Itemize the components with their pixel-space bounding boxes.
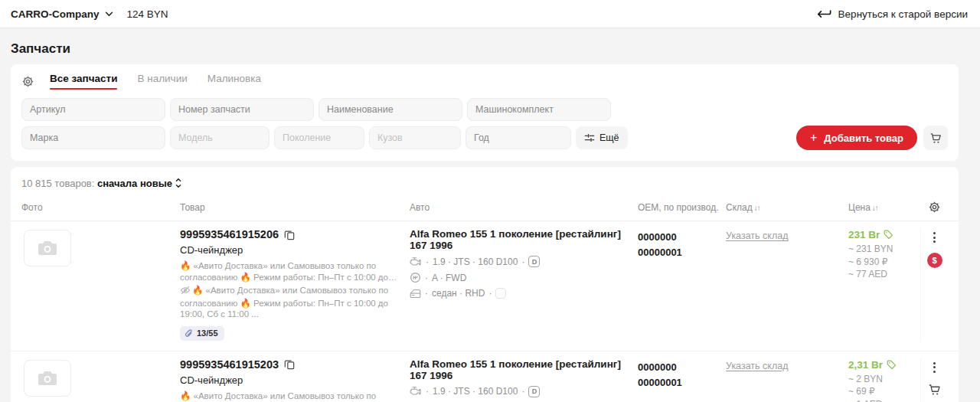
oem-cell: 0000000 00000001: [638, 358, 726, 402]
dollar-status-icon[interactable]: $: [927, 253, 942, 268]
product-description: 🔥 «Авито Доставка» или Самовывоз только …: [180, 260, 406, 283]
products-table-card: 10 815 товаров: сначала новые Фото Товар…: [11, 167, 959, 402]
add-product-button[interactable]: + Добавить товар: [796, 126, 917, 150]
sklad-cell: Указать склад: [726, 358, 848, 402]
transmission-icon: [410, 272, 421, 283]
add-product-label: Добавить товар: [824, 132, 903, 144]
header-item: Товар: [180, 202, 410, 213]
row-menu-kebab-icon[interactable]: [930, 230, 939, 244]
name-input[interactable]: [318, 98, 462, 121]
product-name[interactable]: CD-чейнджер: [180, 374, 406, 386]
model-input[interactable]: [170, 126, 270, 149]
more-filters-label: Ещё: [599, 132, 619, 143]
page-title: Запчасти: [0, 41, 980, 57]
docs-badge-icon[interactable]: D: [528, 386, 540, 397]
product-description: 🔥 «Авито Доставка» или Самовывоз только …: [180, 391, 406, 402]
part-number-input[interactable]: [170, 98, 314, 121]
tab-malinovka[interactable]: Малиновка: [207, 73, 261, 90]
manufacturer-number: 00000001: [638, 245, 726, 260]
engine-icon: [410, 257, 422, 267]
year-input[interactable]: [466, 126, 571, 149]
camera-icon: [38, 240, 57, 257]
table-header: Фото Товар Авто ОЕМ, по производ. Склад↓…: [11, 201, 959, 221]
sliders-icon: [584, 132, 595, 143]
set-warehouse-link[interactable]: Указать склад: [726, 359, 788, 371]
tabs-settings-gear-icon[interactable]: [21, 75, 34, 88]
attachments-badge[interactable]: 13/55: [180, 326, 224, 341]
price-main[interactable]: 2,31 Br: [848, 358, 920, 371]
price-tag-icon: [884, 230, 893, 240]
price-alt: ~ 231 BYN: [848, 243, 920, 254]
price-alt: ~ 6 930 ₽: [848, 257, 920, 267]
tabs-bar: Все запчасти В наличии Малиновка: [21, 73, 948, 90]
company-selector[interactable]: CARRO-Company: [11, 8, 113, 20]
auto-cell: Alfa Romeo 155 1 поколение [рестайлинг] …: [410, 358, 638, 402]
article-input[interactable]: [21, 98, 165, 121]
price-main[interactable]: 231 Br: [848, 228, 920, 240]
price-conversions: ~ 2 BYN~ 69 ₽~ 1 AED: [848, 374, 920, 402]
plus-icon: +: [810, 132, 817, 144]
engine-line: ·1.9 · JTS · 160 D100· D: [410, 386, 638, 397]
camera-icon: [38, 370, 57, 387]
sort-icon: ↓↑: [754, 204, 760, 212]
product-photo-placeholder[interactable]: [24, 360, 71, 397]
copy-icon[interactable]: [284, 230, 295, 240]
header-sklad-sort[interactable]: Склад↓↑: [726, 202, 848, 213]
price-conversions: ~ 231 BYN~ 6 930 ₽~ 77 AED: [848, 243, 920, 279]
photo-cell: [21, 228, 180, 342]
brand-input[interactable]: [21, 126, 165, 149]
product-photo-placeholder[interactable]: [24, 230, 71, 266]
tab-in-stock[interactable]: В наличии: [137, 73, 187, 90]
body-input[interactable]: [369, 126, 461, 149]
generation-input[interactable]: [274, 126, 364, 149]
transmission-line: ·A · FWD: [410, 272, 638, 283]
row-menu-kebab-icon[interactable]: [930, 361, 939, 374]
row-cart-icon[interactable]: [928, 383, 942, 397]
sort-arrows-icon: [175, 179, 182, 191]
sort-order-control[interactable]: сначала новые: [97, 178, 182, 189]
price-alt: ~ 1 AED: [848, 399, 920, 402]
row-actions-cell: $: [920, 228, 948, 342]
row-actions-cell: ✓: [920, 358, 948, 402]
set-warehouse-link[interactable]: Указать склад: [726, 229, 788, 241]
attachments-count: 13/55: [197, 328, 218, 338]
balance-amount: 124 BYN: [127, 8, 168, 20]
header-oem: ОЕМ, по производ.: [638, 202, 726, 213]
car-door-icon: [410, 289, 421, 299]
company-name: CARRO-Company: [11, 8, 100, 20]
chevron-down-icon: [105, 11, 113, 17]
product-sku[interactable]: 9995935461915206: [180, 228, 279, 240]
sort-order-label: сначала новые: [97, 178, 172, 189]
back-to-old-version-link[interactable]: Вернуться к старой версии: [816, 8, 968, 20]
engine-line: ·1.9 · JTS · 160 D100· D: [410, 256, 638, 267]
topbar: CARRO-Company 124 BYN Вернуться к старой…: [0, 0, 980, 28]
car-kit-input[interactable]: [467, 98, 611, 121]
header-price-sort[interactable]: Цена↓↑: [848, 202, 920, 213]
engine-spec: 1.9 · JTS · 160 D100: [433, 386, 518, 397]
more-filters-button[interactable]: Ещё: [576, 126, 628, 149]
body-spec: седан · RHD: [432, 288, 485, 299]
table-row: 9995935461915203 CD-чейнджер 🔥 «Авито До…: [11, 351, 959, 402]
sklad-cell: Указать склад: [726, 228, 848, 342]
tab-all-parts[interactable]: Все запчасти: [50, 73, 117, 90]
auto-title: Alfa Romeo 155 1 поколение [рестайлинг] …: [410, 358, 638, 381]
filter-row-2: Ещё + Добавить товар: [21, 126, 948, 150]
copy-icon[interactable]: [284, 359, 295, 370]
price-cell: 231 Br ~ 231 BYN~ 6 930 ₽~ 77 AED: [848, 228, 920, 342]
checkbox-empty[interactable]: [495, 288, 506, 299]
filter-row-1: [21, 98, 948, 121]
engine-icon: [410, 386, 422, 397]
product-name[interactable]: CD-чейнджер: [180, 244, 406, 256]
price-value: 2,31 Br: [848, 359, 883, 371]
oem-cell: 0000000 00000001: [638, 228, 726, 342]
header-photo: Фото: [21, 202, 180, 213]
photo-cell: [21, 358, 180, 402]
cart-button[interactable]: [923, 126, 948, 150]
engine-spec: 1.9 · JTS · 160 D100: [433, 257, 518, 267]
table-row: 9995935461915206 CD-чейнджер 🔥 «Авито До…: [11, 221, 959, 351]
table-settings-gear-icon[interactable]: [920, 201, 948, 214]
auto-cell: Alfa Romeo 155 1 поколение [рестайлинг] …: [410, 228, 638, 342]
price-tag-icon: [887, 360, 897, 370]
product-sku[interactable]: 9995935461915203: [180, 358, 279, 371]
docs-badge-icon[interactable]: D: [528, 256, 540, 267]
